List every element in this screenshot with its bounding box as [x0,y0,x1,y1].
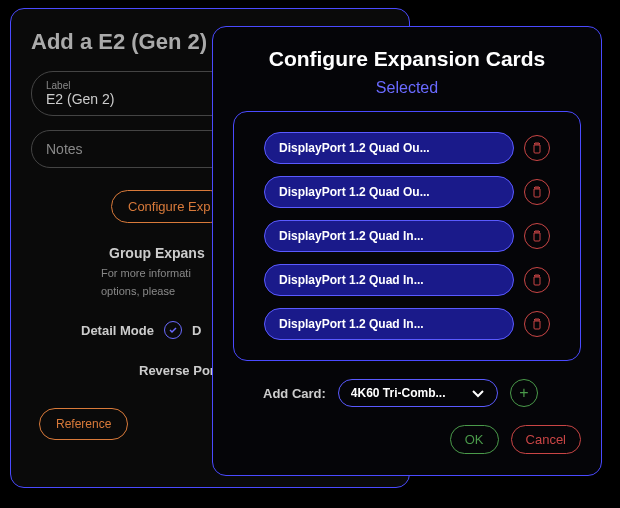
card-item[interactable]: DisplayPort 1.2 Quad In... [264,308,514,340]
dropdown-value: 4K60 Tri-Comb... [351,386,461,400]
reference-button[interactable]: Reference [39,408,128,440]
add-card-row: Add Card: 4K60 Tri-Comb... + [263,379,581,407]
add-card-label: Add Card: [263,386,326,401]
trash-icon [531,142,543,154]
configure-expansion-button[interactable]: Configure Exp [111,190,227,223]
trash-icon [531,274,543,286]
add-card-dropdown[interactable]: 4K60 Tri-Comb... [338,379,498,407]
ok-button[interactable]: OK [450,425,499,454]
card-row: DisplayPort 1.2 Quad In... [264,264,550,296]
card-item[interactable]: DisplayPort 1.2 Quad Ou... [264,176,514,208]
card-row: DisplayPort 1.2 Quad Ou... [264,132,550,164]
plus-icon: + [519,384,528,402]
card-row: DisplayPort 1.2 Quad In... [264,308,550,340]
trash-icon [531,230,543,242]
trash-icon [531,318,543,330]
card-item[interactable]: DisplayPort 1.2 Quad In... [264,264,514,296]
delete-card-button[interactable] [524,223,550,249]
selected-cards-box: DisplayPort 1.2 Quad Ou... DisplayPort 1… [233,111,581,361]
delete-card-button[interactable] [524,179,550,205]
chevron-down-icon [471,388,485,398]
delete-card-button[interactable] [524,135,550,161]
detail-d: D [192,323,201,338]
cancel-button[interactable]: Cancel [511,425,581,454]
card-row: DisplayPort 1.2 Quad In... [264,220,550,252]
check-icon [168,325,178,335]
card-item[interactable]: DisplayPort 1.2 Quad Ou... [264,132,514,164]
delete-card-button[interactable] [524,267,550,293]
trash-icon [531,186,543,198]
configure-expansion-panel: Configure Expansion Cards Selected Displ… [212,26,602,476]
detail-mode-checkbox[interactable] [164,321,182,339]
detail-mode-label: Detail Mode [81,323,154,338]
selected-label: Selected [233,79,581,97]
card-row: DisplayPort 1.2 Quad Ou... [264,176,550,208]
delete-card-button[interactable] [524,311,550,337]
modal-title: Configure Expansion Cards [233,47,581,71]
card-item[interactable]: DisplayPort 1.2 Quad In... [264,220,514,252]
modal-buttons: OK Cancel [233,425,581,454]
add-card-button[interactable]: + [510,379,538,407]
